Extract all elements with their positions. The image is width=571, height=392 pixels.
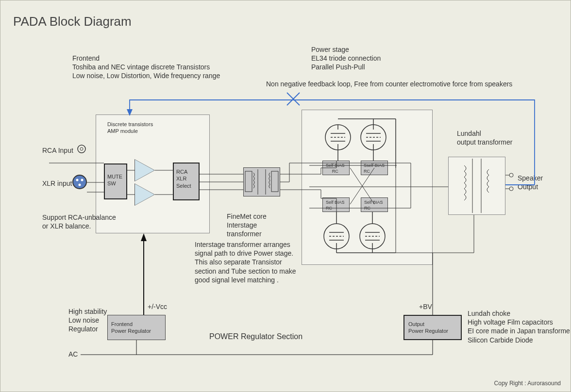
copyright-text: Copy Right : Aurorasound (494, 380, 561, 387)
xlr-input-label: XLR input (42, 179, 72, 188)
power-stage-line1: EL34 triode connection (311, 54, 381, 63)
svg-line-70 (287, 93, 300, 105)
interstage-box (243, 167, 280, 196)
lundahl-box (448, 157, 505, 215)
svg-point-4 (81, 179, 84, 181)
svg-line-71 (287, 93, 300, 105)
svg-point-33 (509, 187, 513, 191)
power-stage-box (302, 110, 433, 265)
frontend-text: Frontend Toshiba and NEC vintage discret… (72, 54, 220, 81)
output-reg-note: Lundah choke High voltage Film capacitor… (468, 309, 571, 344)
power-stage-heading: Power stage (311, 45, 381, 54)
svg-point-3 (76, 179, 79, 181)
output-regulator-label: Output Power Regulator (408, 321, 448, 335)
svg-point-31 (509, 173, 513, 177)
speaker-output-label: Speaker Output (518, 174, 543, 191)
svg-marker-64 (141, 233, 147, 241)
amp-triangle-top (135, 160, 154, 181)
svg-point-1 (80, 147, 83, 150)
frontend-line2: Low noise, Low Distortion, Wide frequenc… (72, 71, 220, 80)
lundahl-label: Lundahl output transformer (457, 129, 512, 147)
nfb-note: Non negative feedback loop, Free from co… (266, 80, 512, 88)
diagram-title: PADA Block Diagram (13, 14, 132, 29)
frontend-regulator-label: Frontend Power Regulator (111, 321, 151, 335)
bv-label: +BV (419, 302, 432, 311)
self-bias-3-label: Self BIAS RC (326, 200, 345, 211)
regulator-note: High stability Low noise Regulator (68, 307, 107, 334)
self-bias-2-label: Sself BIAS RC (364, 163, 385, 174)
amp-triangle-bottom (135, 184, 154, 205)
vcc-label: +/-Vcc (148, 302, 167, 311)
frontend-line1: Toshiba and NEC vintage discrete Transis… (72, 63, 220, 71)
self-bias-4-label: Self BIAS RC (364, 200, 383, 211)
rca-xlr-select-label: RCA XLR Select (176, 168, 191, 189)
interstage-desc: Interstage transformer arranges signal p… (195, 240, 297, 284)
power-stage-line2: Parallel Push-Pull (311, 63, 381, 71)
svg-point-5 (79, 184, 81, 186)
mute-sw-label: MUTE SW (107, 173, 122, 187)
frontend-heading: Frontend (72, 54, 220, 63)
support-note: Support RCA-unbalance or XLR balance. (42, 213, 116, 230)
power-section-label: POWER Regulator Section (209, 332, 302, 342)
ac-label: AC (68, 350, 78, 359)
rca-input-label: RCA Input (42, 146, 73, 155)
power-stage-text: Power stage EL34 triode connection Paral… (311, 45, 381, 72)
amp-module-label: Discrete transistors AMP module (107, 121, 153, 135)
svg-point-0 (78, 145, 85, 153)
interstage-heading: FineMet core Interstage transformer (227, 212, 304, 239)
self-bias-1-label: Self BIAS RC (326, 163, 345, 174)
svg-point-2 (73, 175, 86, 189)
